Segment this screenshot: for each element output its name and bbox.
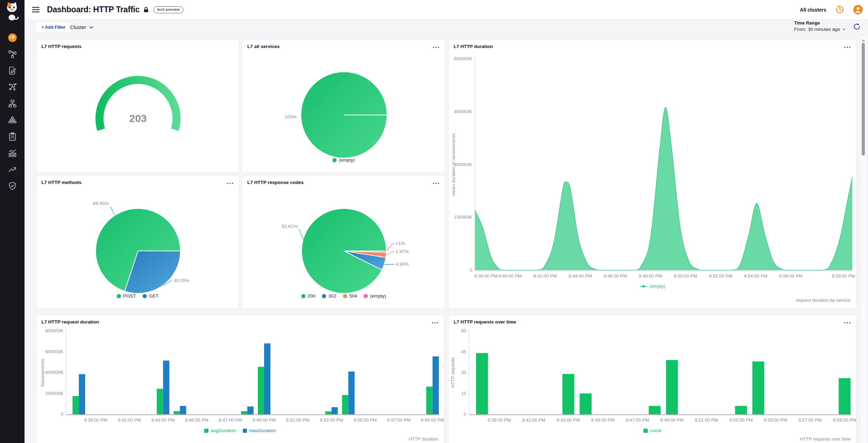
page-title: Dashboard: HTTP Traffic: [47, 5, 140, 14]
svg-text:8:51:00 PM: 8:51:00 PM: [695, 417, 718, 423]
sidebar-item-gauge[interactable]: [8, 33, 17, 42]
legend-label: 200: [308, 293, 316, 299]
chart-legend: 200302504(empty): [242, 293, 445, 299]
chevron-down-icon: [89, 26, 93, 29]
svg-text:8:45:00 PM: 8:45:00 PM: [591, 417, 615, 423]
clipboard-icon: [8, 132, 17, 141]
l7-http-methods-chart: 69.95%30.05%: [36, 176, 239, 308]
l7-http-requests-over-time-chart: 015304560HTTP requests8:39:00 PM8:41:00 …: [449, 315, 856, 443]
cluster-filter-label: Cluster: [70, 25, 86, 30]
legend-item-302[interactable]: 302: [322, 293, 336, 299]
scrollbar-thumb[interactable]: [862, 43, 865, 156]
chevron-down-icon: [842, 28, 846, 30]
legend-item-empty[interactable]: (empty): [364, 293, 386, 299]
legend-item-count[interactable]: count: [643, 428, 661, 433]
svg-text:45: 45: [461, 349, 466, 354]
svg-text:0: 0: [61, 411, 63, 417]
legend-marker: [243, 429, 247, 433]
sidebar-nav: [0, 33, 25, 191]
panel-title: L7 HTTP request duration: [41, 319, 99, 325]
add-filter-button[interactable]: + Add Filter: [35, 22, 72, 33]
legend-label: count: [650, 428, 661, 433]
legend-marker: [332, 158, 337, 162]
svg-text:0: 0: [464, 411, 466, 417]
legend-label: 504: [349, 293, 357, 299]
trend-up-icon: [8, 165, 17, 174]
panel-menu-button[interactable]: [843, 42, 852, 51]
lock-icon: [144, 7, 149, 13]
svg-text:8:55:00 PM: 8:55:00 PM: [353, 417, 377, 423]
svg-text:60: 60: [461, 328, 466, 333]
history-icon[interactable]: [835, 5, 845, 14]
svg-text:100%: 100%: [284, 114, 297, 120]
sidebar-item-shield-check[interactable]: [8, 181, 17, 191]
sidebar-item-bar-chart[interactable]: [8, 148, 17, 158]
l7-all-services-chart: 100%: [242, 40, 445, 172]
panel-menu-button[interactable]: [226, 178, 235, 187]
hamburger-menu-button[interactable]: [32, 7, 40, 13]
legend-item-avgDuration[interactable]: avgDuration: [204, 428, 236, 433]
svg-text:8:39:00 PM: 8:39:00 PM: [84, 417, 108, 423]
svg-text:8:40:00 PM: 8:40:00 PM: [498, 273, 522, 279]
legend-label: (empty): [339, 157, 355, 163]
sidebar-item-clipboard[interactable]: [8, 132, 17, 141]
svg-text:8:49:00 PM: 8:49:00 PM: [253, 417, 276, 423]
cluster-scope-selector[interactable]: All clusters: [800, 7, 826, 13]
sidebar-item-trend-up[interactable]: [8, 165, 17, 174]
legend-item-empty[interactable]: (empty): [332, 157, 355, 163]
network-nodes-icon: [8, 82, 17, 92]
svg-text:8:57:00 PM: 8:57:00 PM: [798, 417, 822, 423]
panel-menu-button[interactable]: [843, 318, 852, 326]
panel-l7-http-requests-over-time: L7 HTTP requests over time015304560HTTP …: [448, 315, 856, 443]
panel-title: L7 HTTP requests: [41, 44, 82, 49]
sidebar-item-network-hierarchy[interactable]: [8, 99, 17, 108]
svg-text:mean duration in nanoseconds: mean duration in nanoseconds: [451, 133, 456, 196]
svg-text:8:59:00 PM: 8:59:00 PM: [833, 417, 856, 423]
svg-text:300000K: 300000K: [454, 162, 472, 167]
refresh-button[interactable]: [853, 22, 861, 32]
svg-text:1.97%: 1.97%: [395, 249, 409, 254]
svg-text:8:44:00 PM: 8:44:00 PM: [569, 273, 592, 279]
svg-text:8:39:00 PM: 8:39:00 PM: [488, 417, 511, 423]
legend-label: 302: [328, 293, 336, 299]
legend-item-empty[interactable]: (empty): [640, 284, 666, 289]
scrollbar-up-arrow[interactable]: [862, 39, 865, 41]
panel-footer: HTTP requests over time: [800, 436, 850, 442]
svg-text:8:43:00 PM: 8:43:00 PM: [557, 417, 580, 423]
svg-text:400000K: 400000K: [45, 370, 63, 375]
l7-http-duration-chart: 0150000K300000K450000K600000Kmean durati…: [449, 40, 856, 308]
sidebar-item-document-edit[interactable]: [8, 66, 17, 75]
svg-text:8:53:00 PM: 8:53:00 PM: [729, 417, 753, 423]
time-range-control: Time Range From: 30 minutes ago: [794, 20, 846, 32]
sidebar-item-cluster[interactable]: [8, 115, 17, 125]
svg-text:8:48:00 PM: 8:48:00 PM: [639, 273, 662, 279]
legend-item-POST[interactable]: POST: [117, 293, 136, 299]
svg-text:8:45:00 PM: 8:45:00 PM: [185, 417, 208, 423]
ellipsis-icon: [844, 46, 851, 48]
cat-logo[interactable]: [5, 1, 20, 21]
network-hierarchy-icon: [8, 99, 17, 108]
legend-marker: [364, 294, 368, 298]
l7-http-request-duration-chart: 0200000K400000K600000K800000KNanoseconds…: [36, 315, 444, 443]
panel-menu-button[interactable]: [432, 42, 441, 51]
legend-marker: [643, 429, 648, 433]
chart-legend: count: [449, 428, 856, 433]
legend-item-GET[interactable]: GET: [143, 293, 159, 299]
chart-legend: POSTGET: [36, 293, 239, 299]
sidebar-item-network-nodes[interactable]: [8, 82, 17, 92]
svg-text:30: 30: [461, 370, 466, 375]
l7-http-requests-chart: 203: [36, 40, 239, 172]
legend-item-maxDuration[interactable]: maxDuration: [243, 428, 276, 433]
cluster-filter-dropdown[interactable]: Cluster: [70, 22, 93, 33]
legend-marker: [143, 294, 147, 298]
sidebar-item-flow-graph[interactable]: [8, 49, 17, 59]
legend-item-200[interactable]: 200: [301, 293, 316, 299]
panel-menu-button[interactable]: [432, 178, 441, 187]
l7-http-response-codes-chart: 92.61%4.93%1.97%<1%: [242, 176, 445, 308]
time-range-dropdown[interactable]: From: 30 minutes ago: [794, 27, 846, 32]
svg-text:15: 15: [461, 391, 466, 396]
legend-item-504[interactable]: 504: [343, 293, 357, 299]
user-avatar-icon[interactable]: [853, 5, 863, 14]
legend-marker: [204, 429, 208, 433]
panel-menu-button[interactable]: [430, 318, 440, 326]
